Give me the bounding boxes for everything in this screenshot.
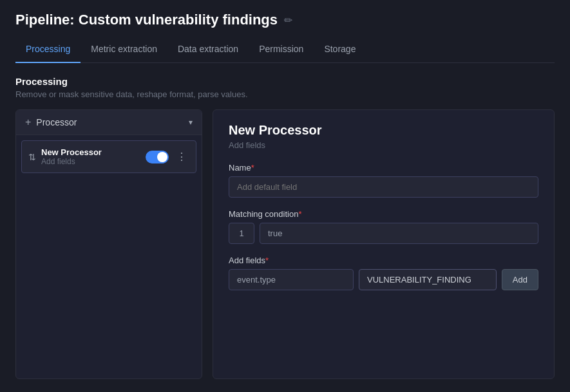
add-processor-button[interactable]: + Processor ▾: [16, 110, 202, 135]
matching-condition-form-group: Matching condition*: [229, 209, 538, 244]
section-title: Processing: [15, 76, 555, 87]
field-key-input[interactable]: [229, 269, 354, 290]
more-options-icon[interactable]: ⋮: [174, 151, 189, 163]
content-area: + Processor ▾ ⇅ New Processor Add fields: [15, 109, 555, 379]
header: Pipeline: Custom vulnerability findings …: [0, 0, 570, 63]
left-panel: + Processor ▾ ⇅ New Processor Add fields: [15, 109, 202, 379]
chevron-down-icon: ▾: [189, 118, 193, 127]
processor-item-name: New Processor: [41, 147, 146, 157]
panel-title: New Processor: [229, 123, 538, 138]
tab-storage[interactable]: Storage: [314, 39, 366, 63]
field-value-input[interactable]: [359, 269, 497, 290]
panel-subtitle: Add fields: [229, 140, 538, 150]
name-label: Name*: [229, 163, 538, 173]
processor-item[interactable]: ⇅ New Processor Add fields ⋮: [21, 140, 196, 173]
main-content: Processing Remove or mask sensitive data…: [0, 63, 570, 392]
tabs: Processing Metric extraction Data extrac…: [15, 39, 555, 63]
matching-condition-input[interactable]: [260, 223, 538, 244]
app-container: Pipeline: Custom vulnerability findings …: [0, 0, 570, 392]
drag-handle-icon: ⇅: [28, 152, 36, 162]
right-panel: New Processor Add fields Name* Matching …: [213, 109, 555, 379]
matching-number-input[interactable]: [229, 223, 254, 244]
add-fields-form-group: Add fields* Add: [229, 256, 538, 290]
tab-processing[interactable]: Processing: [15, 39, 81, 63]
processor-list: ⇅ New Processor Add fields ⋮: [16, 135, 202, 378]
tab-data-extraction[interactable]: Data extraction: [167, 39, 249, 63]
edit-icon[interactable]: ✏: [284, 14, 292, 26]
name-form-group: Name*: [229, 163, 538, 198]
page-title-row: Pipeline: Custom vulnerability findings …: [15, 12, 555, 28]
plus-icon: +: [25, 117, 31, 128]
name-input[interactable]: [229, 176, 538, 198]
page-title: Pipeline: Custom vulnerability findings: [15, 12, 278, 28]
add-fields-label: Add fields*: [229, 256, 538, 265]
processor-item-sub: Add fields: [41, 157, 146, 166]
add-processor-label: Processor: [36, 117, 77, 127]
section-description: Remove or mask sensitive data, reshape f…: [15, 89, 555, 99]
tab-metric-extraction[interactable]: Metric extraction: [81, 39, 167, 63]
matching-condition-label: Matching condition*: [229, 209, 538, 219]
processor-toggle[interactable]: [146, 151, 169, 163]
tab-permission[interactable]: Permission: [249, 39, 314, 63]
add-field-button[interactable]: Add: [502, 269, 538, 290]
